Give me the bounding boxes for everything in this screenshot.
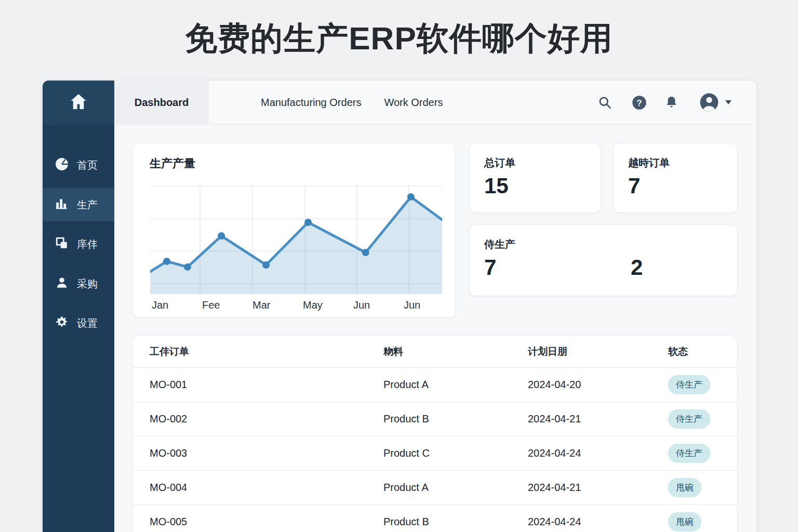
product-cell: Product B (383, 413, 528, 425)
column-header-status: 软态 (668, 345, 737, 358)
sidebar-item-label: 首页 (77, 158, 98, 172)
table-row[interactable]: MO-001Product A2024-04-20侍生产 (133, 368, 737, 402)
data-point-marker (184, 263, 191, 271)
status-cell: 侍生产 (668, 375, 737, 394)
stat-value: 7 (628, 174, 640, 198)
search-icon[interactable] (598, 96, 612, 110)
status-cell: 甩碗 (668, 512, 737, 531)
work-orders-table-card: 工仹订单 粅料 计划日朋 软态 MO-001Product A2024-04-2… (132, 335, 738, 532)
caret-down-icon[interactable] (725, 100, 732, 104)
table-row[interactable]: MO-005Product B2024-04-24甩碗 (133, 505, 737, 532)
status-cell: 侍生产 (668, 444, 737, 463)
planned-date-cell: 2024-04-20 (528, 379, 668, 391)
planned-date-cell: 2024-04-21 (528, 482, 668, 494)
data-point-marker (362, 249, 369, 256)
status-badge: 侍生产 (668, 444, 710, 463)
column-header-material: 粅料 (383, 345, 528, 358)
home-icon (69, 92, 88, 114)
stat-label: 侍生产 (484, 237, 515, 251)
tab-manufacturing-orders[interactable]: Manufacturing Orders (261, 97, 361, 109)
app-window: 首页 生产 (43, 81, 756, 532)
data-point-marker (304, 219, 312, 226)
main-content: 生产产量 JanFeeMarMayJunJun 总订单 15 越時订单 7 侍生… (114, 125, 756, 532)
column-header-date: 计划日朋 (528, 345, 668, 358)
table-header-row: 工仹订单 粅料 计划日朋 软态 (133, 336, 737, 368)
stat-value: 7 (484, 255, 496, 280)
x-axis-tick-label: May (303, 299, 353, 311)
order-id-cell: MO-003 (150, 447, 383, 459)
table-row[interactable]: MO-004Product A2024-04-21甩碗 (133, 471, 737, 505)
pie-chart-icon (55, 157, 69, 173)
person-icon (55, 276, 69, 291)
stat-card-pending-production: 侍生产 7 2 (469, 224, 738, 296)
table-row[interactable]: MO-003Product C2024-04-24侍生产 (133, 436, 737, 471)
x-axis-tick-label: Jan (152, 299, 202, 311)
user-avatar-icon[interactable] (699, 92, 719, 112)
status-badge: 侍生产 (668, 409, 710, 429)
table-body: MO-001Product A2024-04-20侍生产MO-002Produc… (133, 368, 737, 532)
sidebar-item-label: 庠仹 (77, 237, 98, 251)
product-cell: Product A (383, 482, 528, 494)
product-cell: Product C (383, 447, 528, 459)
planned-date-cell: 2024-04-24 (528, 516, 668, 528)
data-point-marker (163, 258, 170, 265)
header-actions: ? (598, 92, 756, 112)
status-badge: 甩碗 (668, 512, 701, 531)
stat-value: 15 (484, 174, 509, 198)
help-icon[interactable]: ? (632, 95, 647, 110)
column-header-order: 工仹订单 (150, 345, 383, 358)
order-id-cell: MO-002 (150, 413, 383, 425)
data-point-marker (218, 232, 225, 240)
tab-dashboard[interactable]: Dashboard (114, 81, 209, 125)
gear-icon (55, 315, 69, 331)
x-axis-tick-label: Mar (252, 299, 303, 311)
stat-label: 总订单 (484, 156, 515, 170)
order-id-cell: MO-004 (150, 482, 383, 494)
production-output-chart-card: 生产产量 JanFeeMarMayJunJun (132, 143, 456, 318)
chart-title: 生产产量 (150, 156, 195, 171)
stat-card-overdue-orders: 越時订单 7 (613, 143, 738, 213)
x-axis-tick-label: Fee (202, 299, 252, 311)
inventory-box-icon (55, 236, 69, 252)
order-id-cell: MO-005 (150, 516, 383, 528)
sidebar-item-label: 设置 (77, 316, 98, 330)
sidebar-item-production[interactable]: 生产 (43, 188, 114, 221)
page-title: 免费的生产ERP软件哪个好用 (0, 17, 798, 60)
sidebar-home-button[interactable] (43, 81, 114, 125)
planned-date-cell: 2024-04-24 (528, 447, 668, 459)
data-point-marker (262, 261, 270, 269)
data-point-marker (407, 193, 415, 201)
table-row[interactable]: MO-002Product B2024-04-21侍生产 (133, 402, 737, 436)
stat-label: 越時订单 (628, 156, 670, 170)
top-navbar: Dashboard Manufacturing Orders Work Orde… (114, 81, 756, 125)
sidebar-item-settings[interactable]: 设置 (43, 307, 114, 340)
order-id-cell: MO-001 (150, 379, 383, 391)
status-badge: 甩碗 (668, 478, 701, 497)
area-chart (150, 185, 442, 294)
tab-work-orders[interactable]: Work Orders (384, 97, 443, 109)
status-badge: 侍生产 (668, 375, 710, 394)
x-axis-tick-label: Jun (353, 299, 404, 311)
status-cell: 甩碗 (668, 478, 737, 497)
planned-date-cell: 2024-04-21 (528, 413, 668, 425)
sidebar-item-home[interactable]: 首页 (43, 149, 114, 182)
status-cell: 侍生产 (668, 409, 737, 429)
stat-value-secondary: 2 (631, 255, 643, 280)
product-cell: Product B (383, 516, 528, 528)
sidebar-item-label: 生产 (77, 198, 98, 212)
product-cell: Product A (383, 379, 528, 391)
sidebar-item-label: 采购 (77, 277, 98, 291)
sidebar-menu: 首页 生产 (43, 149, 114, 340)
notifications-icon[interactable] (664, 96, 679, 110)
sidebar-item-procurement[interactable]: 采购 (43, 267, 114, 300)
svg-text:?: ? (636, 98, 642, 108)
sidebar: 首页 生产 (43, 81, 114, 532)
bar-chart-icon (55, 197, 69, 212)
sidebar-item-inventory[interactable]: 庠仹 (43, 228, 114, 261)
x-axis-tick-label: Jun (404, 299, 454, 311)
stat-card-total-orders: 总订单 15 (469, 143, 601, 213)
chart-x-axis-labels: JanFeeMarMayJunJun (152, 299, 454, 311)
